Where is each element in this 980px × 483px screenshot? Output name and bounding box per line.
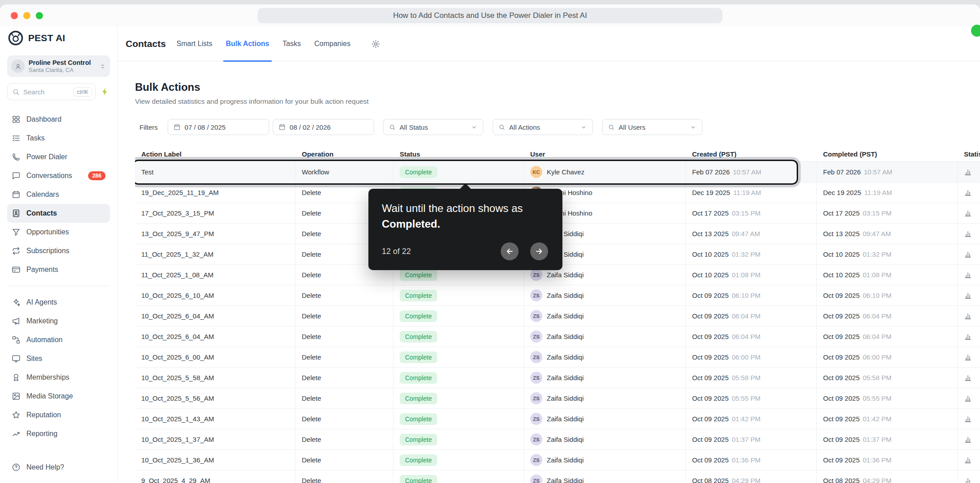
completed-date: Oct 09 2025: [823, 456, 860, 464]
table-row[interactable]: 10_Oct_2025_5_58_AMDeleteCompleteZSZaifa…: [135, 368, 980, 388]
tooltip-next-button[interactable]: [530, 242, 548, 260]
statistics-icon[interactable]: [964, 230, 972, 238]
sidebar-item-sites[interactable]: Sites: [7, 349, 110, 368]
sidebar-item-label: Contacts: [26, 209, 57, 217]
search-placeholder: Search: [23, 88, 70, 96]
card-icon: [12, 265, 21, 274]
statistics-icon[interactable]: [964, 456, 972, 464]
users-filter-select[interactable]: All Users: [602, 119, 702, 135]
sidebar-item-automation[interactable]: Automation: [7, 330, 110, 349]
search-icon: [12, 88, 20, 96]
created-time: 01:37 PM: [732, 436, 760, 443]
statistics-icon[interactable]: [964, 394, 972, 402]
sidebar-item-label: Conversations: [26, 172, 72, 180]
action-label-cell: 10_Oct_2025_6_04_AM: [135, 306, 296, 326]
contacts-tab-bar: Contacts Smart ListsBulk ActionsTasksCom…: [118, 27, 980, 61]
sidebar-item-reputation[interactable]: Reputation: [7, 406, 110, 424]
table-row[interactable]: TestWorkflowCompleteKCKyle ChavezFeb 07 …: [135, 162, 980, 182]
user-avatar: ZS: [530, 433, 542, 445]
tab-bulk-actions[interactable]: Bulk Actions: [226, 27, 269, 61]
statistics-icon[interactable]: [964, 312, 972, 320]
sidebar-item-tasks[interactable]: Tasks: [7, 129, 110, 148]
table-row[interactable]: 10_Oct_2025_1_43_AMDeleteCompleteZSZaifa…: [135, 409, 980, 429]
statistics-cell: [958, 306, 980, 326]
sidebar-item-dashboard[interactable]: Dashboard: [7, 110, 110, 129]
table-row[interactable]: 10_Oct_2025_1_37_AMDeleteCompleteZSZaifa…: [135, 429, 980, 450]
statistics-cell: [958, 326, 980, 347]
created-time: 06:04 PM: [732, 312, 760, 320]
statistics-icon[interactable]: [964, 168, 972, 176]
completed-cell: Oct 09 202506:00 PM: [817, 347, 958, 367]
tab-smart-lists[interactable]: Smart Lists: [177, 27, 212, 61]
statistics-icon[interactable]: [964, 374, 972, 382]
completed-date: Feb 07 2026: [823, 168, 861, 176]
table-row[interactable]: 10_Oct_2025_6_00_AMDeleteCompleteZSZaifa…: [135, 347, 980, 368]
status-cell: Complete: [393, 470, 524, 483]
need-help-button[interactable]: Need Help?: [7, 458, 110, 477]
sidebar-item-calendars[interactable]: Calendars: [7, 185, 110, 204]
close-window-button[interactable]: [11, 12, 18, 19]
statistics-icon[interactable]: [964, 189, 972, 197]
unread-count-badge: 286: [88, 171, 106, 180]
sidebar-item-media-storage[interactable]: Media Storage: [7, 387, 110, 406]
statistics-icon[interactable]: [964, 250, 972, 258]
statistics-icon[interactable]: [964, 333, 972, 341]
minimize-window-button[interactable]: [23, 12, 30, 19]
status-filter-select[interactable]: All Status: [383, 119, 483, 135]
action-label-cell: 19_Dec_2025_11_19_AM: [135, 182, 296, 203]
sidebar-item-marketing[interactable]: Marketing: [7, 312, 110, 330]
created-date: Oct 08 2025: [692, 477, 729, 483]
statistics-icon[interactable]: [964, 477, 972, 483]
table-row[interactable]: 10_Oct_2025_5_56_AMDeleteCompleteZSZaifa…: [135, 388, 980, 409]
quick-actions-button[interactable]: [100, 87, 110, 97]
created-time: 05:55 PM: [732, 394, 760, 402]
column-header: Action Label: [135, 150, 296, 158]
completed-cell: Oct 09 202506:04 PM: [817, 306, 958, 326]
date-from-input[interactable]: 07 / 08 / 2025: [168, 119, 269, 135]
completed-cell: Oct 10 202501:32 PM: [817, 244, 958, 264]
action-label-cell: 10_Oct_2025_5_58_AM: [135, 368, 296, 388]
completed-cell: Oct 09 202506:04 PM: [817, 326, 958, 347]
action-label-cell: 10_Oct_2025_5_56_AM: [135, 388, 296, 408]
actions-filter-select[interactable]: All Actions: [493, 119, 593, 135]
statistics-icon[interactable]: [964, 353, 972, 361]
sidebar-item-ai-agents[interactable]: AI Agents: [7, 293, 110, 312]
sidebar-item-reporting[interactable]: Reporting: [7, 424, 110, 443]
sidebar-item-power-dialer[interactable]: Power Dialer: [7, 148, 110, 166]
sidebar-item-conversations[interactable]: Conversations286: [7, 166, 110, 185]
table-row[interactable]: 10_Oct_2025_1_36_AMDeleteCompleteZSZaifa…: [135, 450, 980, 470]
fullscreen-window-button[interactable]: [36, 12, 43, 19]
statistics-icon[interactable]: [964, 436, 972, 444]
sidebar-item-payments[interactable]: Payments: [7, 260, 110, 279]
status-badge: Complete: [400, 372, 437, 384]
status-cell: Complete: [393, 326, 524, 347]
statistics-icon[interactable]: [964, 209, 972, 217]
search-row: Search ctrlK: [7, 83, 110, 100]
sidebar-item-memberships[interactable]: Memberships: [7, 368, 110, 387]
tab-companies[interactable]: Companies: [314, 27, 351, 61]
workflow-icon: [12, 335, 21, 344]
created-cell: Oct 09 202506:10 PM: [686, 285, 817, 305]
search-input[interactable]: Search ctrlK: [7, 83, 96, 100]
completed-date: Dec 19 2025: [823, 189, 861, 196]
table-row[interactable]: 10_Oct_2025_6_10_AMDeleteCompleteZSZaifa…: [135, 285, 980, 306]
tooltip-prev-button[interactable]: [501, 242, 519, 260]
workspace-selector[interactable]: Proline Pest Control Santa Clarita, CA: [7, 55, 110, 77]
sidebar-item-opportunities[interactable]: Opportunities: [7, 223, 110, 242]
date-to-input[interactable]: 08 / 02 / 2026: [273, 119, 374, 135]
contacts-settings-button[interactable]: [371, 39, 380, 49]
table-row[interactable]: 10_Oct_2025_6_04_AMDeleteCompleteZSZaifa…: [135, 306, 980, 326]
sidebar-item-subscriptions[interactable]: Subscriptions: [7, 242, 110, 260]
user-cell: ZSZaifa Siddiqi: [524, 285, 686, 305]
statistics-icon[interactable]: [964, 415, 972, 423]
search-icon: [498, 124, 505, 131]
statistics-icon[interactable]: [964, 271, 972, 279]
column-header: User: [524, 150, 686, 158]
table-row[interactable]: 10_Oct_2025_6_04_AMDeleteCompleteZSZaifa…: [135, 326, 980, 347]
tab-tasks[interactable]: Tasks: [283, 27, 301, 61]
table-row[interactable]: 9_Oct_2025_4_29_AMDeleteCompleteZSZaifa …: [135, 470, 980, 483]
statistics-icon[interactable]: [964, 292, 972, 300]
sidebar-item-contacts[interactable]: Contacts: [7, 204, 110, 223]
completed-date: Oct 09 2025: [823, 333, 860, 340]
operation-cell: Delete: [296, 409, 393, 429]
